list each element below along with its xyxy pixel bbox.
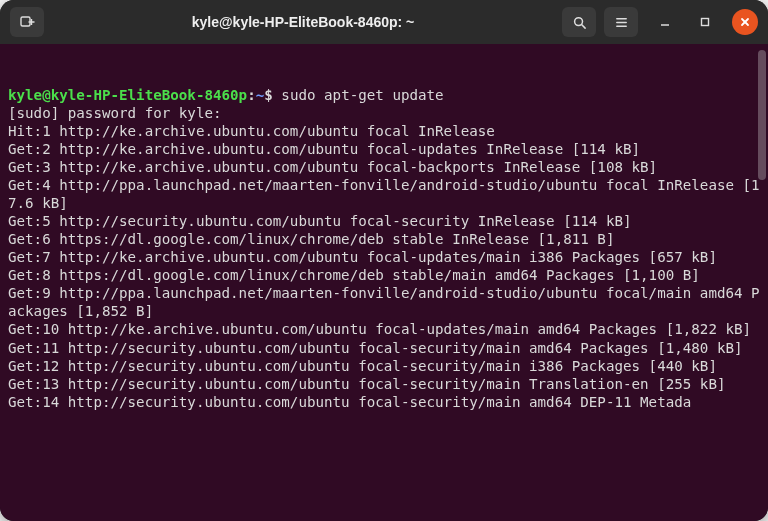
hamburger-icon [614,15,629,30]
output-line: Get:12 http://security.ubuntu.com/ubuntu… [8,357,768,375]
maximize-icon [699,16,711,28]
titlebar: kyle@kyle-HP-EliteBook-8460p: ~ [0,0,768,44]
prompt-user-host: kyle@kyle-HP-EliteBook-8460p [8,87,247,103]
terminal-body[interactable]: kyle@kyle-HP-EliteBook-8460p:~$ sudo apt… [0,44,768,521]
close-button[interactable] [732,9,758,35]
terminal-window: kyle@kyle-HP-EliteBook-8460p: ~ [0,0,768,521]
prompt-line: kyle@kyle-HP-EliteBook-8460p:~$ sudo apt… [8,86,768,104]
output-line: Get:11 http://security.ubuntu.com/ubuntu… [8,339,768,357]
prompt-path: ~ [256,87,265,103]
output-line: Hit:1 http://ke.archive.ubuntu.com/ubunt… [8,122,768,140]
new-tab-button[interactable] [10,7,44,37]
maximize-button[interactable] [692,9,718,35]
output-line: Get:4 http://ppa.launchpad.net/maarten-f… [8,176,768,212]
output-line: Get:9 http://ppa.launchpad.net/maarten-f… [8,284,768,320]
output-line: Get:13 http://security.ubuntu.com/ubuntu… [8,375,768,393]
svg-line-4 [581,24,585,28]
output-line: Get:2 http://ke.archive.ubuntu.com/ubunt… [8,140,768,158]
search-icon [572,15,587,30]
command-text: sudo apt-get update [281,87,443,103]
new-tab-icon [19,14,35,30]
terminal-output: [sudo] password for kyle:Hit:1 http://ke… [8,104,768,411]
window-title: kyle@kyle-HP-EliteBook-8460p: ~ [192,14,415,30]
output-line: Get:14 http://security.ubuntu.com/ubuntu… [8,393,768,411]
output-line: Get:5 http://security.ubuntu.com/ubuntu … [8,212,768,230]
menu-button[interactable] [604,7,638,37]
output-line: Get:3 http://ke.archive.ubuntu.com/ubunt… [8,158,768,176]
output-line: [sudo] password for kyle: [8,104,768,122]
output-line: Get:6 https://dl.google.com/linux/chrome… [8,230,768,248]
output-line: Get:8 https://dl.google.com/linux/chrome… [8,266,768,284]
close-icon [739,16,751,28]
search-button[interactable] [562,7,596,37]
scrollbar-thumb[interactable] [758,50,766,180]
minimize-icon [659,16,671,28]
prompt-symbol: $ [264,87,273,103]
svg-rect-9 [702,19,709,26]
output-line: Get:7 http://ke.archive.ubuntu.com/ubunt… [8,248,768,266]
output-line: Get:10 http://ke.archive.ubuntu.com/ubun… [8,320,768,338]
minimize-button[interactable] [652,9,678,35]
